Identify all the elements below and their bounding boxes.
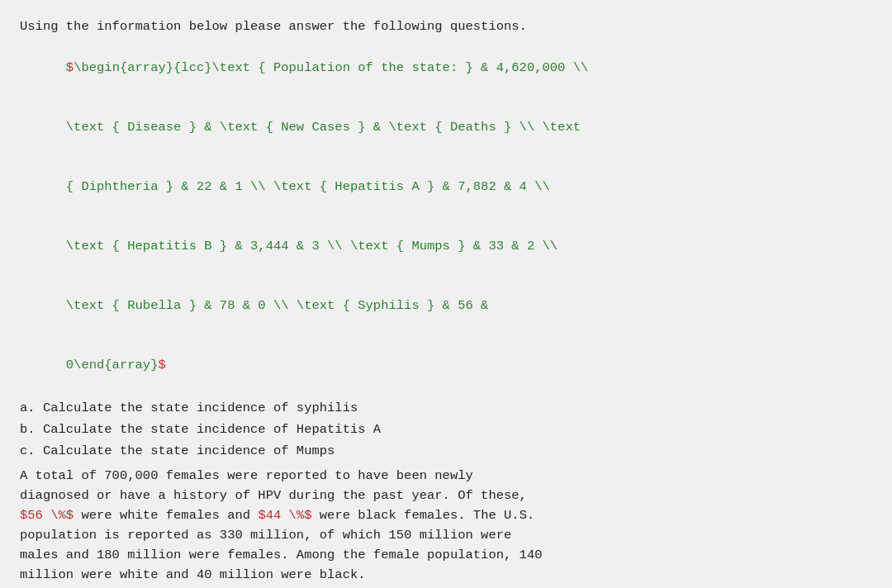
math-block: $\begin{array}{lcc}\text { Population of… [20, 38, 872, 395]
para-line-6: million were white and 40 million were b… [20, 567, 366, 582]
questions-section-1: a. Calculate the state incidence of syph… [20, 398, 872, 461]
math-content-3: { Diphtheria } & 22 & 1 \\ \text { Hepat… [66, 179, 550, 194]
para-line-4: population is reported as 330 million, o… [20, 528, 511, 543]
paragraph-1: A total of 700,000 females were reported… [20, 466, 872, 585]
para-end-1: were black females. The U.S. [312, 508, 535, 523]
inline-math-1: $56 \%$ [20, 508, 74, 523]
math-line-1: $\begin{array}{lcc}\text { Population of… [20, 38, 872, 97]
math-line-2: \text { Disease } & \text { New Cases } … [20, 97, 872, 157]
intro-line: Using the information below please answe… [20, 17, 872, 36]
question-1a: a. Calculate the state incidence of syph… [20, 398, 872, 418]
para-line-1: A total of 700,000 females were reported… [20, 468, 473, 483]
math-content-4: \text { Hepatitis B } & 3,444 & 3 \\ \te… [66, 239, 558, 254]
para-line-5: males and 180 million were females. Amon… [20, 548, 543, 562]
math-content-6: 0\end{array} [66, 358, 159, 372]
dollar-sign-2: $ [158, 358, 165, 372]
math-content-1: \begin{array}{lcc}\text { Population of … [74, 60, 588, 75]
math-line-5: \text { Rubella } & 78 & 0 \\ \text { Sy… [20, 276, 872, 335]
para-mid-1: were white females and [74, 508, 258, 523]
inline-math-2: $44 \%$ [258, 508, 311, 523]
math-line-6: 0\end{array}$ [20, 335, 872, 395]
math-content-5: \text { Rubella } & 78 & 0 \\ \text { Sy… [66, 298, 489, 313]
math-line-4: \text { Hepatitis B } & 3,444 & 3 \\ \te… [20, 216, 872, 276]
math-line-3: { Diphtheria } & 22 & 1 \\ \text { Hepat… [20, 157, 872, 216]
main-container: Using the information below please answe… [0, 0, 892, 588]
dollar-sign-1: $ [66, 60, 74, 75]
question-1b: b. Calculate the state incidence of Hepa… [20, 420, 872, 439]
math-content-2: \text { Disease } & \text { New Cases } … [66, 120, 581, 135]
question-1c: c. Calculate the state incidence of Mump… [20, 441, 872, 461]
para-line-2: diagnosed or have a history of HPV durin… [20, 488, 527, 503]
